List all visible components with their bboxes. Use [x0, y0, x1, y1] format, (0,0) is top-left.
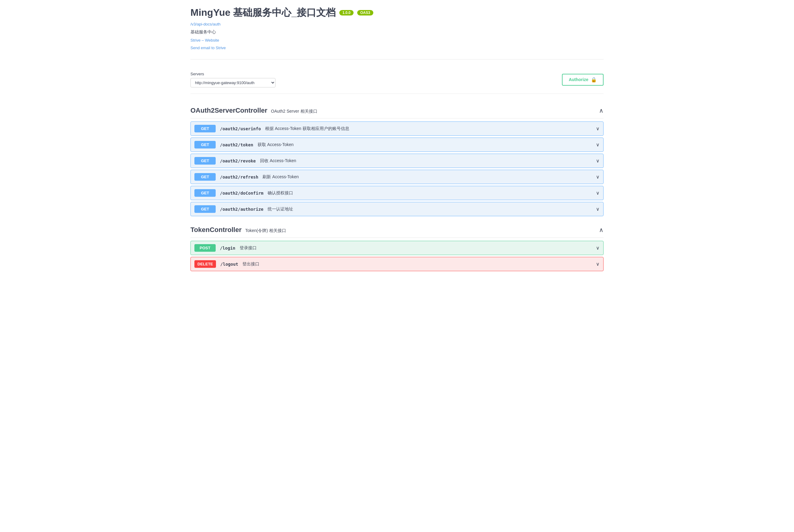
- endpoint-summary-1-0: 登录接口: [240, 245, 257, 251]
- controller-name-0: OAuth2ServerController: [190, 107, 267, 114]
- title-row: MingYue 基础服务中心_接口文档 1.0.0 OAS3: [190, 6, 604, 19]
- header-section: MingYue 基础服务中心_接口文档 1.0.0 OAS3 /v3/api-d…: [190, 6, 604, 59]
- oas-badge: OAS3: [357, 10, 373, 16]
- method-badge-0-3: GET: [194, 173, 216, 181]
- controller-desc-1: Token(令牌) 相关接口: [245, 228, 286, 233]
- endpoint-row-0-1[interactable]: GET /oauth2/token 获取 Access-Token ∨: [190, 137, 604, 152]
- endpoint-chevron-0-3: ∨: [596, 174, 600, 180]
- endpoint-left-0-3: GET /oauth2/refresh 刷新 Access-Token: [194, 173, 299, 181]
- api-path-link[interactable]: /v3/api-docs/auth: [190, 22, 604, 26]
- endpoint-row-0-5[interactable]: GET /oauth2/authorize 统一认证地址 ∨: [190, 202, 604, 216]
- endpoint-left-0-2: GET /oauth2/revoke 回收 Access-Token: [194, 157, 296, 165]
- endpoint-summary-0-4: 确认授权接口: [268, 190, 293, 196]
- email-link[interactable]: Send email to Strive: [190, 45, 604, 50]
- endpoint-left-1-1: DELETE /logout 登出接口: [194, 260, 259, 268]
- endpoint-summary-0-0: 根据 Access-Token 获取相应用户的账号信息: [265, 126, 349, 132]
- endpoint-chevron-0-1: ∨: [596, 142, 600, 148]
- method-badge-0-0: GET: [194, 125, 216, 132]
- endpoint-chevron-1-1: ∨: [596, 261, 600, 267]
- endpoint-path-0-1: /oauth2/token: [220, 142, 253, 147]
- controllers-container: OAuth2ServerController OAuth2 Server 相关接…: [190, 103, 604, 271]
- description-text: 基础服务中心: [190, 30, 604, 35]
- endpoint-path-0-2: /oauth2/revoke: [220, 158, 256, 163]
- website-link[interactable]: Strive – Website: [190, 38, 604, 42]
- endpoint-left-0-0: GET /oauth2/userinfo 根据 Access-Token 获取相…: [194, 125, 349, 132]
- endpoint-path-1-1: /logout: [220, 262, 238, 267]
- endpoint-left-0-5: GET /oauth2/authorize 统一认证地址: [194, 205, 293, 213]
- servers-label: Servers: [190, 72, 276, 76]
- endpoint-row-1-1[interactable]: DELETE /logout 登出接口 ∨: [190, 257, 604, 271]
- endpoint-summary-0-5: 统一认证地址: [268, 207, 293, 212]
- method-badge-1-0: POST: [194, 244, 216, 252]
- endpoint-summary-0-2: 回收 Access-Token: [260, 158, 296, 164]
- server-select[interactable]: http://mingyue-gateway:9100/auth: [190, 78, 276, 88]
- controller-desc-0: OAuth2 Server 相关接口: [271, 109, 317, 114]
- endpoint-left-0-4: GET /oauth2/doConfirm 确认授权接口: [194, 189, 293, 197]
- page-title: MingYue 基础服务中心_接口文档: [190, 6, 336, 19]
- endpoint-path-0-3: /oauth2/refresh: [220, 175, 258, 179]
- endpoint-path-0-4: /oauth2/doConfirm: [220, 191, 263, 195]
- endpoint-chevron-0-4: ∨: [596, 190, 600, 196]
- endpoint-row-0-4[interactable]: GET /oauth2/doConfirm 确认授权接口 ∨: [190, 186, 604, 200]
- method-badge-0-4: GET: [194, 189, 216, 197]
- servers-left: Servers http://mingyue-gateway:9100/auth: [190, 72, 276, 88]
- endpoint-chevron-0-5: ∨: [596, 206, 600, 212]
- endpoint-summary-0-1: 获取 Access-Token: [258, 142, 294, 148]
- endpoint-row-0-2[interactable]: GET /oauth2/revoke 回收 Access-Token ∨: [190, 154, 604, 168]
- endpoint-row-1-0[interactable]: POST /login 登录接口 ∨: [190, 241, 604, 255]
- endpoint-path-0-0: /oauth2/userinfo: [220, 126, 261, 131]
- controller-header-0[interactable]: OAuth2ServerController OAuth2 Server 相关接…: [190, 103, 604, 118]
- endpoint-left-1-0: POST /login 登录接口: [194, 244, 257, 252]
- controller-chevron-0: ∧: [599, 107, 604, 114]
- endpoint-chevron-0-0: ∨: [596, 126, 600, 132]
- controller-header-1[interactable]: TokenController Token(令牌) 相关接口 ∧: [190, 222, 604, 238]
- controller-chevron-1: ∧: [599, 226, 604, 233]
- version-badge: 1.0.0: [339, 10, 354, 16]
- endpoint-path-1-0: /login: [220, 246, 235, 250]
- endpoint-row-0-0[interactable]: GET /oauth2/userinfo 根据 Access-Token 获取相…: [190, 121, 604, 136]
- controller-name-1: TokenController: [190, 226, 242, 234]
- servers-section: Servers http://mingyue-gateway:9100/auth…: [190, 65, 604, 94]
- endpoint-row-0-3[interactable]: GET /oauth2/refresh 刷新 Access-Token ∨: [190, 170, 604, 184]
- endpoint-chevron-1-0: ∨: [596, 245, 600, 251]
- endpoint-summary-0-3: 刷新 Access-Token: [262, 174, 299, 180]
- authorize-label: Authorize: [569, 77, 588, 82]
- endpoint-chevron-0-2: ∨: [596, 158, 600, 164]
- lock-icon: 🔒: [591, 77, 597, 82]
- method-badge-0-2: GET: [194, 157, 216, 165]
- method-badge-0-5: GET: [194, 205, 216, 213]
- controller-title-group-1: TokenController Token(令牌) 相关接口: [190, 226, 286, 234]
- endpoint-summary-1-1: 登出接口: [242, 262, 259, 267]
- endpoint-left-0-1: GET /oauth2/token 获取 Access-Token: [194, 141, 294, 149]
- controller-section-0: OAuth2ServerController OAuth2 Server 相关接…: [190, 103, 604, 216]
- authorize-button[interactable]: Authorize 🔒: [562, 74, 604, 86]
- controller-section-1: TokenController Token(令牌) 相关接口 ∧ POST /l…: [190, 222, 604, 271]
- method-badge-1-1: DELETE: [194, 260, 216, 268]
- method-badge-0-1: GET: [194, 141, 216, 149]
- endpoint-path-0-5: /oauth2/authorize: [220, 207, 263, 212]
- controller-title-group-0: OAuth2ServerController OAuth2 Server 相关接…: [190, 107, 317, 114]
